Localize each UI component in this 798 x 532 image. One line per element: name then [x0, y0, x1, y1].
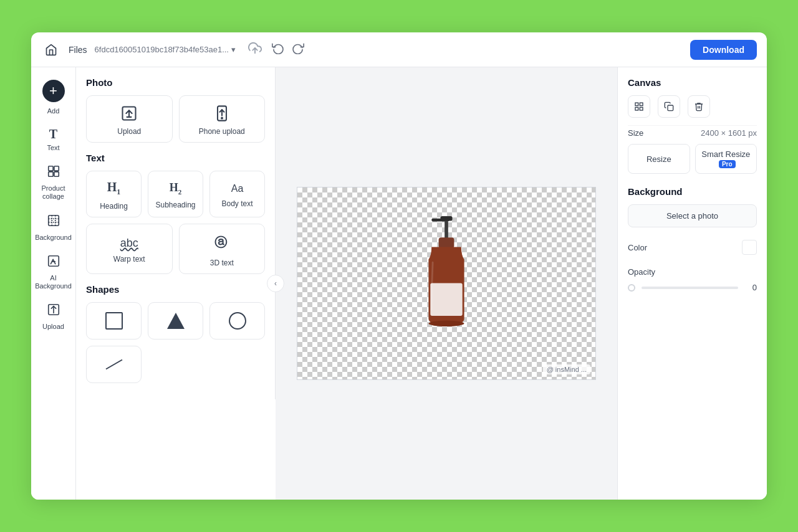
opacity-slider[interactable] — [642, 287, 738, 289]
download-button[interactable]: Download — [690, 40, 757, 60]
ai-background-icon — [47, 254, 60, 272]
main-content: + Add T Text Product collage — [31, 67, 767, 500]
sidebar-item-text-label: Text — [47, 144, 59, 152]
svg-rect-29 — [640, 107, 643, 110]
photo-tools-grid: Upload Phone upload — [86, 95, 265, 143]
delete-icon — [694, 102, 704, 112]
upload-tool[interactable]: Upload — [86, 95, 173, 143]
color-row: Color — [628, 240, 757, 255]
add-label: Add — [47, 107, 60, 115]
svg-rect-27 — [640, 103, 643, 106]
canvas-board[interactable]: @ insMind ... — [297, 187, 596, 380]
text-section-title: Text — [86, 153, 265, 163]
text-tools-grid2: abc Warp text ⓐ 3D text — [86, 224, 265, 274]
canvas-properties-section: Canvas — [628, 77, 757, 174]
opacity-value: 0 — [744, 283, 757, 292]
add-button[interactable]: + Add — [40, 75, 67, 120]
background-properties-section: Background Select a photo — [628, 186, 757, 227]
header: Files 6fdcd160051019bc18f73b4fe53ae1... … — [31, 32, 767, 67]
filename-text: 6fdcd160051019bc18f73b4fe53ae1... — [95, 45, 229, 54]
photo-section-title: Photo — [86, 77, 265, 88]
canvas-watermark: @ insMind ... — [543, 364, 590, 374]
filename-display[interactable]: 6fdcd160051019bc18f73b4fe53ae1... ▾ — [95, 45, 236, 54]
phone-upload-tool[interactable]: Phone upload — [179, 95, 266, 143]
add-circle-icon: + — [42, 80, 65, 102]
tools-panel: Photo Upload — [76, 67, 276, 399]
opacity-section: Opacity 0 — [628, 267, 757, 292]
shapes-grid — [86, 302, 265, 340]
upload-tool-label: Upload — [117, 127, 141, 136]
undo-button[interactable] — [272, 42, 284, 57]
sidebar-item-upload[interactable]: Upload — [35, 298, 72, 336]
svg-rect-4 — [54, 172, 58, 176]
svg-point-18 — [221, 118, 223, 119]
heading-tool[interactable]: H1 Heading — [86, 171, 142, 217]
color-section: Color — [628, 240, 757, 255]
svg-text:ⓐ: ⓐ — [214, 235, 228, 249]
tools-panel-wrapper: Photo Upload — [76, 67, 276, 500]
body-text-tool[interactable]: Aa Body text — [209, 171, 265, 217]
shapes-grid2 — [86, 346, 265, 383]
square-icon — [105, 312, 123, 330]
warp-text-icon: abc — [120, 237, 138, 250]
cloud-save-icon[interactable] — [248, 41, 262, 58]
svg-rect-5 — [48, 215, 59, 226]
sidebar-item-ai-background[interactable]: AI Background — [35, 249, 72, 295]
text-tools-grid: H1 Heading H2 Subheading Aa Body text — [86, 171, 265, 217]
size-value: 2400 × 1601 px — [701, 128, 757, 138]
files-link[interactable]: Files — [69, 45, 87, 55]
svg-rect-28 — [635, 107, 638, 110]
body-text-label: Body text — [221, 199, 252, 208]
panel-collapse-button[interactable]: ‹ — [267, 275, 284, 292]
pro-badge: Pro — [719, 160, 736, 168]
sidebar-item-ai-background-label: AI Background — [35, 274, 72, 290]
shapes-section-title: Shapes — [86, 284, 265, 295]
product-collage-icon — [47, 164, 60, 182]
svg-rect-1 — [48, 166, 52, 171]
color-swatch[interactable] — [742, 240, 757, 255]
svg-rect-26 — [635, 103, 638, 106]
warp-text-tool[interactable]: abc Warp text — [86, 224, 173, 274]
resize-row: Resize Smart Resize Pro — [628, 144, 757, 174]
style-icon-btn[interactable] — [628, 95, 650, 118]
redo-button[interactable] — [292, 42, 304, 57]
select-photo-button[interactable]: Select a photo — [628, 204, 757, 227]
warp-text-label: Warp text — [113, 255, 145, 264]
triangle-shape-tool[interactable] — [148, 302, 203, 340]
resize-button[interactable]: Resize — [628, 144, 690, 174]
home-button[interactable] — [41, 40, 61, 60]
triangle-icon — [167, 313, 185, 329]
line-icon — [105, 359, 122, 370]
chevron-down-icon: ▾ — [231, 45, 236, 54]
svg-rect-24 — [430, 283, 462, 316]
heading-icon: H1 — [107, 180, 121, 197]
sidebar-item-product-collage[interactable]: Product collage — [35, 159, 72, 206]
body-text-icon: Aa — [231, 183, 244, 194]
subheading-tool[interactable]: H2 Subheading — [148, 171, 203, 217]
sidebar-item-background-label: Background — [35, 234, 72, 242]
phone-upload-icon — [213, 105, 231, 122]
sidebar-item-background[interactable]: Background — [35, 209, 72, 247]
undo-redo-group — [272, 42, 304, 57]
style-icon — [634, 102, 644, 112]
subheading-icon: H2 — [170, 181, 182, 196]
copy-icon-btn[interactable] — [658, 95, 680, 118]
copy-icon — [664, 102, 674, 112]
3d-text-tool[interactable]: ⓐ 3D text — [179, 224, 266, 274]
smart-resize-button[interactable]: Smart Resize Pro — [695, 144, 757, 174]
svg-rect-30 — [668, 105, 673, 111]
delete-icon-btn[interactable] — [688, 95, 710, 118]
size-label: Size — [628, 128, 643, 138]
background-icon — [47, 214, 60, 231]
opacity-label: Opacity — [628, 267, 655, 277]
square-shape-tool[interactable] — [86, 302, 142, 340]
circle-icon — [229, 312, 246, 330]
3d-text-label: 3D text — [210, 259, 234, 267]
smart-resize-label: Smart Resize — [701, 150, 750, 159]
sidebar-item-text[interactable]: T Text — [35, 122, 72, 157]
opacity-slider-row: 0 — [628, 283, 757, 292]
canvas-title: Canvas — [628, 77, 757, 88]
circle-shape-tool[interactable] — [209, 302, 265, 340]
line-shape-tool[interactable] — [86, 346, 142, 383]
svg-rect-23 — [439, 237, 454, 248]
